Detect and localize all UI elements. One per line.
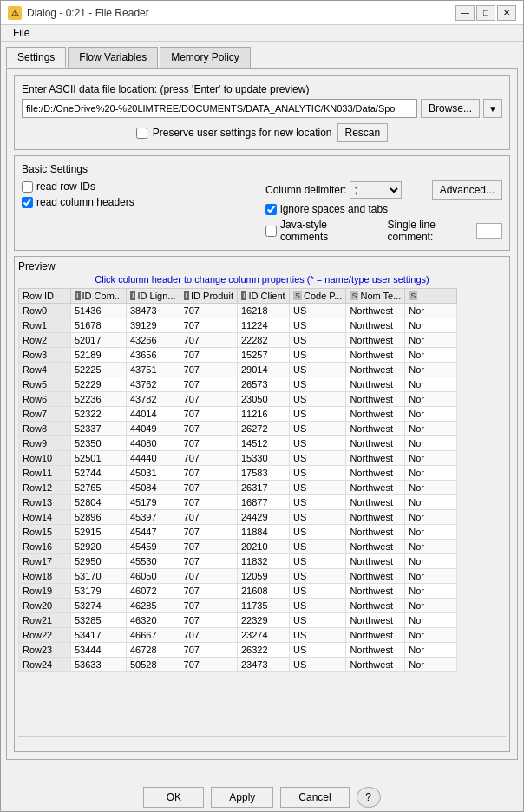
col-header-rowid[interactable]: Row ID xyxy=(19,289,71,304)
horizontal-scrollbar[interactable] xyxy=(18,736,506,748)
col-header-codep[interactable]: SCode P... xyxy=(289,289,345,304)
ignore-spaces-checkbox[interactable] xyxy=(265,204,277,215)
table-row: Row0514363847370716218USNorthwestNor xyxy=(19,304,457,318)
col-header-s[interactable]: S xyxy=(405,289,457,304)
col-header-idclient[interactable]: IID Client xyxy=(237,289,289,304)
delimiter-label: Column delimiter: xyxy=(265,184,346,196)
table-row: Row23534444672870726322USNorthwestNor xyxy=(19,643,457,658)
ok-button[interactable]: OK xyxy=(143,787,204,808)
table-row: Row11527444503170717583USNorthwestNor xyxy=(19,466,457,481)
title-bar: ⚠ Dialog - 0:21 - File Reader — □ ✕ xyxy=(1,1,523,25)
table-row: Row18531704605070712059USNorthwestNor xyxy=(19,569,457,584)
table-row: Row5522294376270726573USNorthwestNor xyxy=(19,377,457,392)
table-row: Row3521894365670715257USNorthwestNor xyxy=(19,348,457,363)
main-content: Settings Flow Variables Memory Policy En… xyxy=(1,42,523,772)
tab-bar: Settings Flow Variables Memory Policy xyxy=(6,47,518,68)
preview-scroll[interactable]: Row ID IID Com... IID Lign... xyxy=(18,288,506,736)
table-row: Row21532854632070722329USNorthwestNor xyxy=(19,613,457,628)
close-button[interactable]: ✕ xyxy=(497,5,516,21)
preview-table: Row ID IID Com... IID Lign... xyxy=(18,288,457,672)
preview-table-wrapper: Row ID IID Com... IID Lign... xyxy=(18,288,506,748)
table-row: Row8523374404970726272USNorthwestNor xyxy=(19,422,457,436)
file-menu[interactable]: File xyxy=(8,25,35,41)
rescan-button[interactable]: Rescan xyxy=(337,123,389,142)
table-row: Row19531794607270721608USNorthwestNor xyxy=(19,584,457,599)
help-button[interactable]: ? xyxy=(357,787,381,808)
table-row: Row20532744628570711735USNorthwestNor xyxy=(19,599,457,613)
file-action-icon[interactable]: ▼ xyxy=(483,99,502,118)
table-row: Row6522364378270723050USNorthwestNor xyxy=(19,392,457,407)
col-header-idproduit[interactable]: IID Produit xyxy=(180,289,237,304)
preview-hint: Click column header to change column pro… xyxy=(18,274,506,285)
preview-group: Preview Click column header to change co… xyxy=(14,256,510,752)
table-row: Row4522254375170729014USNorthwestNor xyxy=(19,363,457,377)
minimize-button[interactable]: — xyxy=(455,5,475,21)
cancel-button[interactable]: Cancel xyxy=(280,787,349,808)
java-comments-checkbox[interactable] xyxy=(265,226,277,237)
col-header-idlign[interactable]: IID Lign... xyxy=(126,289,180,304)
table-row: Row15529154544770711884USNorthwestNor xyxy=(19,525,457,540)
table-row: Row1516783912970711224USNorthwestNor xyxy=(19,318,457,333)
preserve-settings-checkbox[interactable] xyxy=(136,128,147,139)
file-path-input[interactable] xyxy=(22,99,417,118)
window-title: Dialog - 0:21 - File Reader xyxy=(27,7,149,19)
single-line-comment-input[interactable] xyxy=(476,223,502,239)
preserve-settings-label: Preserve user settings for new location xyxy=(153,127,332,139)
bottom-buttons: OK Apply Cancel ? xyxy=(1,780,523,811)
tab-settings[interactable]: Settings xyxy=(6,47,66,68)
col-header-nomte[interactable]: SNom Te... xyxy=(346,289,405,304)
table-row: Row10525014444070715330USNorthwestNor xyxy=(19,451,457,466)
table-row: Row14528964539770724429USNorthwestNor xyxy=(19,510,457,525)
settings-tab-content: Enter ASCII data file location: (press '… xyxy=(6,68,518,760)
table-row: Row2520174326670722282USNorthwestNor xyxy=(19,333,457,348)
java-comments-label: Java-style comments xyxy=(280,219,367,243)
ignore-spaces-label: ignore spaces and tabs xyxy=(280,203,388,215)
table-row: Row22534174666770723274USNorthwestNor xyxy=(19,628,457,643)
window-icon: ⚠ xyxy=(8,6,22,20)
preview-title: Preview xyxy=(18,260,506,272)
table-row: Row17529504553070711832USNorthwestNor xyxy=(19,554,457,569)
single-line-comment-label: Single line comment: xyxy=(388,219,473,243)
read-row-ids-label: read row IDs xyxy=(36,180,95,193)
col-header-idcom[interactable]: IID Com... xyxy=(71,289,127,304)
basic-settings-title: Basic Settings xyxy=(22,163,502,175)
menu-bar: File xyxy=(1,25,523,42)
table-row: Row24536335052870723473USNorthwestNor xyxy=(19,658,457,672)
read-col-headers-checkbox[interactable] xyxy=(22,197,33,208)
advanced-button[interactable]: Advanced... xyxy=(432,180,502,200)
read-col-headers-label: read column headers xyxy=(36,196,134,208)
tab-memory-policy[interactable]: Memory Policy xyxy=(160,47,251,68)
table-row: Row16529204545970720210USNorthwestNor xyxy=(19,540,457,554)
tab-flow-variables[interactable]: Flow Variables xyxy=(68,47,158,68)
file-location-label: Enter ASCII data file location: (press '… xyxy=(22,83,502,95)
table-row: Row9523504408070714512USNorthwestNor xyxy=(19,436,457,451)
table-row: Row7523224401470711216USNorthwestNor xyxy=(19,407,457,422)
maximize-button[interactable]: □ xyxy=(476,5,495,21)
delimiter-select[interactable]: ; , \t | xyxy=(350,181,402,199)
read-row-ids-checkbox[interactable] xyxy=(22,181,33,193)
window-controls: — □ ✕ xyxy=(455,5,516,21)
apply-button[interactable]: Apply xyxy=(211,787,273,808)
basic-settings-group: Basic Settings read row IDs read column … xyxy=(14,155,510,251)
table-row: Row13528044517970716877USNorthwestNor xyxy=(19,495,457,510)
table-row: Row12527654508470726317USNorthwestNor xyxy=(19,481,457,495)
browse-button[interactable]: Browse... xyxy=(421,99,480,118)
file-location-group: Enter ASCII data file location: (press '… xyxy=(14,75,510,150)
